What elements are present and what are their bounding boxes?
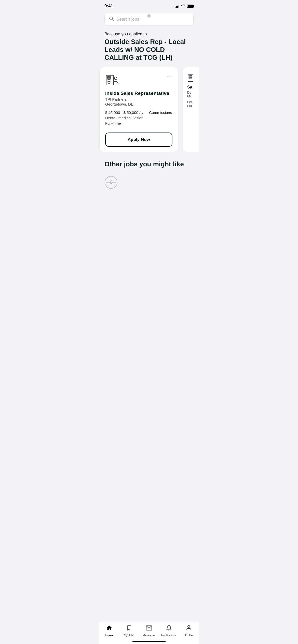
- other-jobs-section: Other jobs you might like: [99, 160, 199, 193]
- company-icon: [105, 73, 119, 86]
- job-title: Inside Sales Representative: [105, 91, 172, 96]
- more-options-button[interactable]: ...: [167, 73, 172, 78]
- recommendation-subtitle: Because you applied to: [104, 32, 194, 36]
- camera-bump: [147, 14, 151, 18]
- card-header: ...: [105, 73, 172, 86]
- search-icon: [109, 16, 114, 22]
- job-card-main: ... Inside Sales Representative TPI Part…: [99, 67, 178, 152]
- svg-rect-12: [189, 75, 190, 76]
- partial-line4: Full: [187, 104, 198, 108]
- partial-line2: Mi: [187, 94, 198, 98]
- svg-rect-7: [107, 81, 109, 82]
- status-time: 9:41: [104, 4, 113, 9]
- status-bar: 9:41: [99, 0, 199, 11]
- company-name: TPI Partners: [105, 97, 172, 101]
- svg-rect-3: [107, 76, 109, 78]
- job-salary: $ 45,000 - $ 50,000 / yr + Commissions: [105, 110, 172, 115]
- svg-rect-15: [191, 77, 192, 78]
- signal-icon: [175, 4, 179, 8]
- partial-job-title: Sa: [187, 85, 198, 90]
- wifi-icon: [181, 4, 185, 8]
- status-icons: [175, 4, 194, 8]
- partial-company-icon: [187, 73, 197, 83]
- svg-point-10: [114, 77, 117, 80]
- job-card-partial: Sa De Mi Life Full: [182, 67, 199, 152]
- search-placeholder: Search jobs: [116, 17, 139, 22]
- other-jobs-title: Other jobs you might like: [104, 160, 194, 168]
- svg-rect-13: [191, 75, 192, 76]
- job-location: Georgetown, DE: [105, 102, 172, 106]
- partial-line3: Life: [187, 100, 198, 104]
- svg-rect-14: [189, 77, 190, 78]
- job-cards-scroll: ... Inside Sales Representative TPI Part…: [99, 67, 199, 152]
- partial-line1: De: [187, 91, 198, 94]
- svg-rect-4: [110, 76, 111, 78]
- svg-rect-8: [110, 81, 111, 82]
- apply-now-button[interactable]: Apply Now: [105, 133, 172, 147]
- job-benefits: Dental, medical, vision: [105, 116, 172, 120]
- other-job-icon: [104, 176, 118, 190]
- recommendation-title: Outside Sales Rep - Local Leads w/ NO CO…: [104, 38, 194, 62]
- job-type: Full-Time: [105, 121, 172, 125]
- svg-rect-5: [107, 79, 109, 80]
- svg-rect-6: [110, 79, 111, 80]
- battery-icon: [187, 5, 194, 8]
- svg-line-1: [112, 20, 114, 21]
- other-job-preview: [104, 173, 194, 193]
